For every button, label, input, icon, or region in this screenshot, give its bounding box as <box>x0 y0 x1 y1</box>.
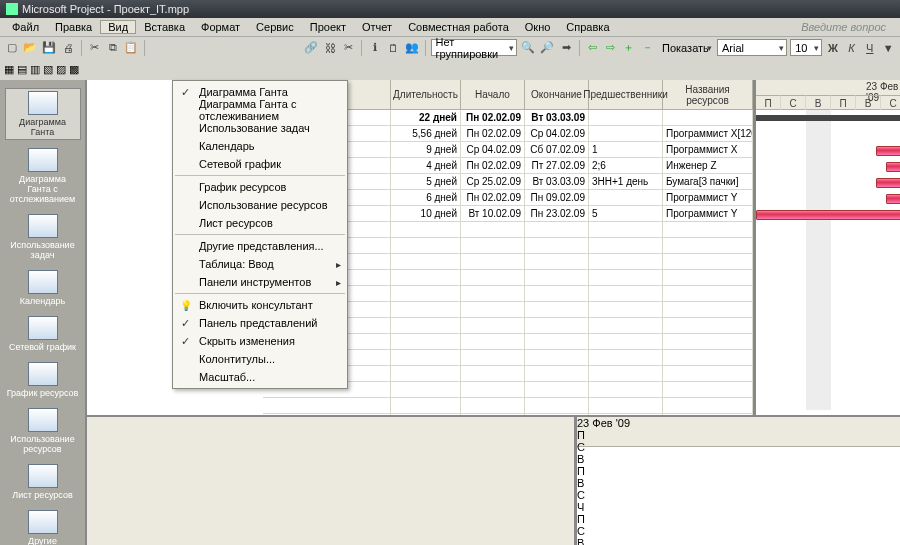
view6-icon[interactable]: ▩ <box>69 63 79 76</box>
cell[interactable] <box>663 382 753 397</box>
cell[interactable]: 10 дней <box>391 206 461 221</box>
cell[interactable] <box>461 302 525 317</box>
cell[interactable] <box>391 350 461 365</box>
cell[interactable]: 22 дней <box>391 110 461 125</box>
cell[interactable] <box>589 270 663 285</box>
column-header[interactable]: Длительность <box>391 80 461 109</box>
viewbar-item[interactable]: Календарь <box>5 268 81 308</box>
menu-item[interactable]: Другие представления... <box>173 237 347 255</box>
view4-icon[interactable]: ▧ <box>43 63 53 76</box>
cell[interactable] <box>525 270 589 285</box>
cell[interactable] <box>525 222 589 237</box>
cell[interactable] <box>589 334 663 349</box>
unlink-icon[interactable]: ⛓ <box>322 39 337 57</box>
split-icon[interactable]: ✂ <box>341 39 356 57</box>
cell[interactable] <box>461 222 525 237</box>
copy-icon[interactable]: ⧉ <box>105 39 120 57</box>
cell[interactable] <box>263 398 391 413</box>
cell[interactable] <box>663 222 753 237</box>
cell[interactable]: Пн 09.02.09 <box>525 190 589 205</box>
cell[interactable] <box>461 350 525 365</box>
menu-item[interactable]: Лист ресурсов <box>173 214 347 232</box>
cell[interactable] <box>525 286 589 301</box>
viewbar-item[interactable]: Диаграмма Ганта <box>5 88 81 140</box>
cell[interactable] <box>589 126 663 141</box>
italic-button[interactable]: К <box>844 39 859 57</box>
cell[interactable] <box>391 382 461 397</box>
cell[interactable] <box>663 366 753 381</box>
view3-icon[interactable]: ▥ <box>30 63 40 76</box>
cell[interactable] <box>391 286 461 301</box>
cell[interactable] <box>589 318 663 333</box>
menu-item[interactable]: График ресурсов <box>173 178 347 196</box>
cell[interactable] <box>525 238 589 253</box>
print-icon[interactable]: 🖨 <box>60 39 75 57</box>
ask-question-box[interactable]: Введите вопрос <box>801 21 896 33</box>
viewbar-item[interactable]: Использование ресурсов <box>5 406 81 456</box>
cell[interactable] <box>461 318 525 333</box>
menu-item[interactable]: Таблица: Ввод <box>173 255 347 273</box>
cell[interactable] <box>589 366 663 381</box>
cell[interactable]: Пн 02.02.09 <box>461 110 525 125</box>
menu-item[interactable]: Скрыть изменения <box>173 332 347 350</box>
task-bar[interactable] <box>886 162 900 172</box>
view5-icon[interactable]: ▨ <box>56 63 66 76</box>
menu-проект[interactable]: Проект <box>302 20 354 34</box>
menu-файл[interactable]: Файл <box>4 20 47 34</box>
goto-icon[interactable]: ➡ <box>558 39 573 57</box>
cell[interactable] <box>525 350 589 365</box>
cell[interactable] <box>391 222 461 237</box>
cell[interactable] <box>589 238 663 253</box>
cell[interactable]: Пт 27.02.09 <box>525 158 589 173</box>
cell[interactable]: Инженер Z <box>663 158 753 173</box>
cell[interactable] <box>525 382 589 397</box>
cell[interactable]: Программист Y <box>663 190 753 205</box>
cell[interactable] <box>391 254 461 269</box>
cell[interactable] <box>391 238 461 253</box>
menu-item[interactable]: Диаграмма Ганта с отслеживанием <box>173 101 347 119</box>
cell[interactable]: Программист X[120%] <box>663 126 753 141</box>
cell[interactable]: Пн 02.02.09 <box>461 126 525 141</box>
cell[interactable] <box>461 254 525 269</box>
cell[interactable] <box>589 350 663 365</box>
menu-справка[interactable]: Справка <box>558 20 617 34</box>
cell[interactable]: Сб 07.02.09 <box>525 142 589 157</box>
cell[interactable] <box>391 270 461 285</box>
filter-icon[interactable]: ▼ <box>880 39 895 57</box>
menu-вставка[interactable]: Вставка <box>136 20 193 34</box>
cell[interactable]: 3НН+1 день <box>589 174 663 189</box>
cell[interactable] <box>663 110 753 125</box>
menu-item[interactable]: Масштаб... <box>173 368 347 386</box>
cell[interactable]: 6 дней <box>391 190 461 205</box>
cell[interactable] <box>525 398 589 413</box>
cell[interactable] <box>525 334 589 349</box>
task-bar[interactable] <box>886 194 900 204</box>
show-combo[interactable]: Показать <box>658 39 714 56</box>
menu-item[interactable]: Панель представлений <box>173 314 347 332</box>
menu-item[interactable]: Сетевой график <box>173 155 347 173</box>
cell[interactable] <box>391 318 461 333</box>
column-header[interactable]: Начало <box>461 80 525 109</box>
info-icon[interactable]: ℹ <box>367 39 382 57</box>
new-icon[interactable]: ▢ <box>4 39 19 57</box>
cell[interactable] <box>525 254 589 269</box>
cell[interactable]: Ср 04.02.09 <box>525 126 589 141</box>
cell[interactable]: Программист X <box>663 142 753 157</box>
cell[interactable] <box>589 110 663 125</box>
cell[interactable] <box>663 270 753 285</box>
paste-icon[interactable]: 📋 <box>123 39 139 57</box>
viewbar-item[interactable]: Сетевой график <box>5 314 81 354</box>
cell[interactable] <box>663 334 753 349</box>
cell[interactable] <box>589 398 663 413</box>
cell[interactable]: Ср 04.02.09 <box>461 142 525 157</box>
menu-правка[interactable]: Правка <box>47 20 100 34</box>
cell[interactable] <box>525 302 589 317</box>
bold-button[interactable]: Ж <box>825 39 840 57</box>
view2-icon[interactable]: ▤ <box>17 63 27 76</box>
cell[interactable] <box>461 366 525 381</box>
viewbar-item[interactable]: Диаграмма Ганта с отслеживанием <box>5 146 81 206</box>
zoom-out-icon[interactable]: 🔍 <box>520 39 536 57</box>
column-header[interactable]: Названия ресурсов <box>663 80 753 109</box>
cell[interactable]: 4 дней <box>391 158 461 173</box>
task-bar[interactable] <box>876 146 900 156</box>
